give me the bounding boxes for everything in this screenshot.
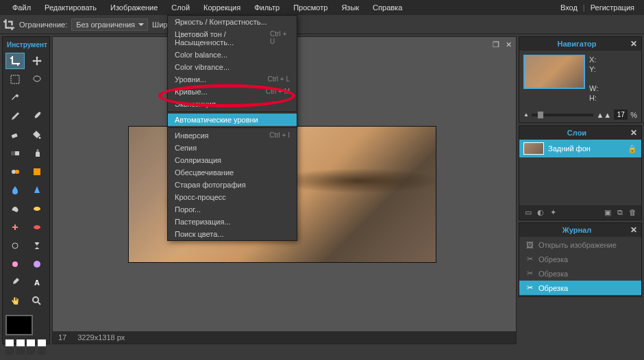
statusbar: 17 3229x1318 px [53, 331, 516, 344]
dd-posterize[interactable]: Пастеризация... [168, 216, 297, 228]
heal-tool[interactable] [5, 219, 25, 235]
menu-help[interactable]: Справка [366, 1, 409, 14]
history-item[interactable]: ✂Обрезка [519, 281, 641, 295]
history-title: Журнал [523, 226, 630, 234]
layer-row[interactable]: Задний фон 🔒 [519, 140, 641, 157]
history-item[interactable]: ✂Обрезка [519, 266, 641, 281]
layers-title: Слои [523, 129, 630, 137]
dd-threshold[interactable]: Порог... [168, 203, 297, 216]
pinch-tool[interactable] [5, 256, 25, 272]
history-item[interactable]: 🖼Открыть изображение [519, 238, 641, 252]
menubar: Файл Редактировать Изображение Слой Корр… [0, 0, 644, 15]
crop-icon: ✂ [525, 283, 534, 292]
dd-levels[interactable]: Уровни...Ctrl + L [168, 73, 297, 86]
bloat-tool[interactable] [27, 256, 47, 272]
dd-color-balance[interactable]: Color balance... [168, 49, 297, 61]
delete-layer-icon[interactable]: 🗑 [628, 208, 637, 217]
duplicate-icon[interactable]: ⧉ [615, 208, 625, 217]
dd-hue[interactable]: Цветовой тон / Насыщенность...Ctrl + U [168, 28, 297, 49]
register-link[interactable]: Регистрация [586, 1, 639, 14]
layer-thumbnail [523, 142, 544, 155]
status-zoom: 17 [58, 333, 66, 342]
pencil-tool[interactable] [5, 108, 25, 125]
zoom-in-icon[interactable]: ▲▲ [596, 111, 611, 119]
login-link[interactable]: Вход [556, 1, 582, 14]
mask-icon[interactable]: ◐ [536, 208, 545, 217]
smudge-tool[interactable] [5, 201, 25, 217]
close-doc-icon[interactable]: ✕ [504, 40, 513, 49]
menu-file[interactable]: Файл [5, 1, 38, 14]
lock-icon[interactable]: 🔒 [628, 144, 637, 153]
move-tool[interactable] [27, 53, 47, 69]
swatch-presets[interactable] [5, 339, 47, 355]
svg-point-11 [34, 225, 40, 229]
brush-tool[interactable] [27, 108, 47, 125]
crop-tool[interactable] [5, 53, 25, 69]
history-close-icon[interactable]: ✕ [630, 225, 637, 235]
dd-brightness[interactable]: Яркость / Контрастность... [168, 16, 297, 28]
replace-color-tool[interactable] [5, 164, 25, 180]
menu-layer[interactable]: Слой [164, 1, 197, 14]
sponge-tool[interactable] [27, 201, 47, 217]
merge-icon[interactable]: ▣ [603, 208, 612, 217]
lasso-tool[interactable] [27, 71, 47, 88]
redeye-tool[interactable] [27, 219, 47, 235]
type-tool[interactable]: A [27, 274, 47, 291]
dd-desaturate[interactable]: Обесцвечивание [168, 166, 297, 179]
dodge-tool[interactable] [5, 237, 25, 254]
auth-separator: | [582, 3, 586, 12]
new-layer-icon[interactable]: ▭ [523, 208, 533, 217]
menu-filter[interactable]: Фильтр [247, 1, 286, 14]
wand-tool[interactable] [5, 90, 25, 106]
svg-rect-10 [14, 224, 16, 230]
color-swatch[interactable] [5, 315, 33, 335]
zoom-slider[interactable] [532, 114, 594, 116]
dd-vibrance[interactable]: Color vibrance... [168, 61, 297, 73]
history-item[interactable]: ✂Обрезка [519, 252, 641, 266]
burn-tool[interactable] [27, 237, 47, 254]
svg-point-6 [15, 170, 19, 174]
dd-auto-levels[interactable]: Автоматические уровни [168, 114, 297, 126]
dd-exposure[interactable]: Экспозиция [168, 98, 297, 110]
dd-curves[interactable]: Кривые...Ctrl + M [168, 86, 297, 98]
svg-rect-0 [11, 75, 19, 83]
marquee-tool[interactable] [5, 71, 25, 88]
layers-close-icon[interactable]: ✕ [630, 128, 637, 138]
layer-name: Задний фон [548, 144, 591, 153]
hand-tool[interactable] [5, 293, 25, 309]
menu-adjustment[interactable]: Коррекция [197, 1, 247, 14]
dd-sepia[interactable]: Сепия [168, 142, 297, 154]
zoom-value[interactable]: 17 [614, 110, 628, 120]
options-bar: Ограничение: Без ограничения Шир [0, 15, 644, 34]
restore-icon[interactable]: ❐ [491, 40, 501, 49]
clone-tool[interactable] [27, 145, 47, 162]
menu-image[interactable]: Изображение [103, 1, 164, 14]
blur-tool[interactable] [5, 182, 25, 198]
constraint-dropdown[interactable]: Без ограничения [71, 18, 148, 31]
zoom-out-icon[interactable]: ▲ [523, 112, 529, 118]
menu-edit[interactable]: Редактировать [38, 1, 103, 14]
menu-language[interactable]: Язык [334, 1, 366, 14]
adjustment-dropdown: Яркость / Контрастность... Цветовой тон … [167, 15, 297, 241]
dd-color-lookup[interactable]: Поиск цвета... [168, 228, 297, 240]
bucket-tool[interactable] [27, 127, 47, 143]
dd-invert[interactable]: ИнверсияCtrl + I [168, 129, 297, 142]
tools-title: Инструмент [5, 40, 47, 53]
eraser-tool[interactable] [5, 127, 25, 143]
svg-point-8 [34, 207, 40, 211]
status-dims: 3229x1318 px [77, 333, 125, 342]
dd-old-photo[interactable]: Старая фотография [168, 179, 297, 191]
gradient-tool[interactable] [5, 145, 25, 162]
navigator-panel: Навигатор✕ X:Y: W:H: ▲ ▲▲ 17 % [519, 36, 642, 123]
open-icon: 🖼 [525, 241, 534, 249]
draw-tool[interactable] [27, 164, 47, 180]
navigator-close-icon[interactable]: ✕ [630, 39, 637, 49]
zoom-tool[interactable] [27, 293, 47, 309]
dd-solarize[interactable]: Соляризация [168, 154, 297, 166]
menu-view[interactable]: Просмотр [286, 1, 334, 14]
eyedropper-tool[interactable] [5, 274, 25, 291]
sharpen-tool[interactable] [27, 182, 47, 198]
dd-cross-process[interactable]: Кросс-процесс [168, 191, 297, 203]
navigator-thumbnail[interactable] [523, 55, 585, 89]
fx-icon[interactable]: ✦ [548, 208, 558, 217]
